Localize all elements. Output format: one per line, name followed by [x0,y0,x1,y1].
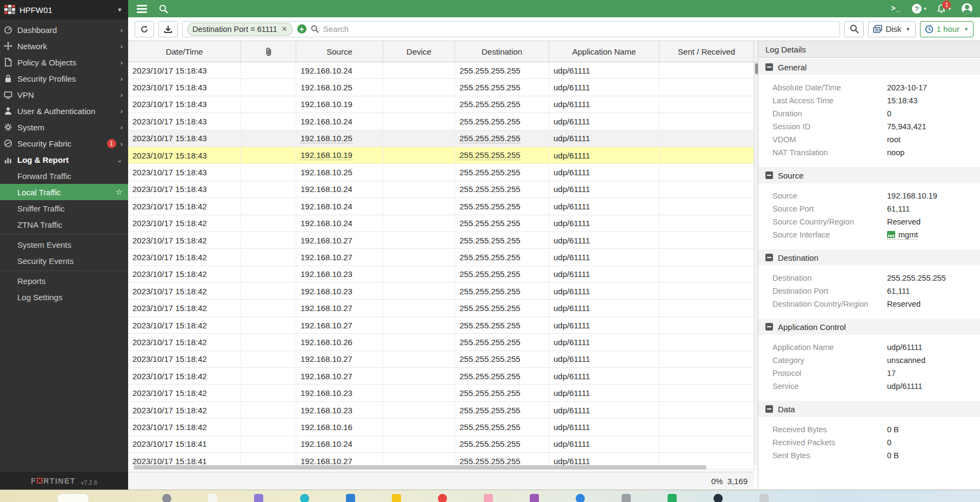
sidebar-item-security-profiles[interactable]: Security Profiles› [0,70,128,87]
table-row[interactable]: 2023/10/17 15:18:42192.168.10.27255.255.… [128,300,758,316]
cell-datetime: 2023/10/17 15:18:43 [128,164,241,180]
filter-chip[interactable]: Destination Port = 61111 ✕ [187,23,293,36]
taskbar-icon[interactable] [484,494,493,502]
table-row[interactable]: 2023/10/17 15:18:43192.168.10.24255.255.… [128,62,758,79]
table-row[interactable]: 2023/10/17 15:18:43192.168.10.24255.255.… [128,181,758,198]
table-row[interactable]: 2023/10/17 15:18:43192.168.10.19255.255.… [128,147,758,164]
sidebar-item-ztna-traffic[interactable]: ZTNA Traffic [0,216,128,233]
table-row[interactable]: 2023/10/17 15:18:43192.168.10.25255.255.… [128,164,758,181]
notifications-menu[interactable]: 1 ▾ [937,4,951,14]
os-taskbar[interactable] [0,490,980,502]
sidebar-item-log-report[interactable]: Log & Report⌄ [0,151,128,168]
taskbar-icon[interactable] [438,494,447,502]
collapse-icon[interactable] [765,254,773,261]
cell-sent-received [659,402,754,418]
sidebar-item-vpn[interactable]: VPN› [0,87,128,103]
user-avatar[interactable] [962,3,972,14]
sidebar-item-system-events[interactable]: System Events [0,236,128,253]
table-row[interactable]: 2023/10/17 15:18:42192.168.10.24255.255.… [128,215,758,232]
table-row[interactable]: 2023/10/17 15:18:42192.168.10.27255.255.… [128,317,758,334]
table-row[interactable]: 2023/10/17 15:18:42192.168.10.23255.255.… [128,283,758,300]
sidebar-item-local-traffic[interactable]: Local Traffic☆ [0,184,128,200]
taskbar-icon[interactable] [162,494,171,502]
favorite-star-icon[interactable]: ☆ [116,187,123,197]
collapse-icon[interactable] [765,63,773,71]
taskbar-icon[interactable] [300,494,309,502]
taskbar-icon[interactable] [759,494,769,502]
add-filter-icon[interactable]: + [297,24,306,34]
device-selector[interactable]: HPFW01 ▼ [0,0,128,19]
menu-toggle-icon[interactable] [137,5,147,13]
table-row[interactable]: 2023/10/17 15:18:42192.168.10.27255.255.… [128,351,758,368]
taskbar-icon[interactable] [622,494,631,502]
log-filter-search-input[interactable]: Destination Port = 61111 ✕ + Search [182,21,840,37]
section-header-data[interactable]: Data [758,401,980,417]
taskbar-icon[interactable] [530,494,539,502]
remove-filter-icon[interactable]: ✕ [282,25,288,33]
taskbar-pill[interactable] [57,493,89,502]
column-header-source[interactable]: Source [296,41,383,62]
sidebar-item-system[interactable]: System› [0,119,128,135]
sidebar-item-security-fabric[interactable]: Security Fabric1› [0,135,128,151]
column-header-sent_received[interactable]: Sent / Received [659,41,754,62]
column-header-device[interactable]: Device [383,41,455,62]
global-search-icon[interactable] [159,4,168,14]
sidebar-item-forward-traffic[interactable]: Forward Traffic [0,168,128,184]
help-menu[interactable]: ? ▾ [912,4,926,14]
table-row[interactable]: 2023/10/17 15:18:42192.168.10.27255.255.… [128,368,758,385]
table-row[interactable]: 2023/10/17 15:18:42192.168.10.23255.255.… [128,385,758,401]
column-header-clip[interactable] [241,41,296,62]
cell-device [383,351,455,367]
sidebar-item-policy-objects[interactable]: Policy & Objects› [0,54,128,70]
network-icon [3,42,13,50]
sidebar-item-sniffer-traffic[interactable]: Sniffer Traffic [0,200,128,216]
table-row[interactable]: 2023/10/17 15:18:41192.168.10.24255.255.… [128,436,758,453]
section-header-general[interactable]: General [758,59,980,75]
cell-source: 192.168.10.24 [296,62,383,78]
column-header-application[interactable]: Application Name [549,41,659,62]
section-header-destination[interactable]: Destination [758,249,980,266]
table-row[interactable]: 2023/10/17 15:18:43192.168.10.19255.255.… [128,96,758,113]
sidebar-item-dashboard[interactable]: Dashboard› [0,22,128,38]
table-row[interactable]: 2023/10/17 15:18:42192.168.10.26255.255.… [128,334,758,351]
table-row[interactable]: 2023/10/17 15:18:43192.168.10.24255.255.… [128,113,758,130]
sidebar-item-reports[interactable]: Reports [0,273,128,289]
taskbar-icon[interactable] [392,494,401,502]
sidebar-item-network[interactable]: Network› [0,38,128,54]
collapse-icon[interactable] [765,171,773,179]
taskbar-icon[interactable] [208,494,217,502]
sidebar-item-security-events[interactable]: Security Events [0,253,128,269]
field-value[interactable]: mgmt [887,230,918,240]
section-header-application-control[interactable]: Application Control [758,319,980,335]
download-button[interactable] [158,21,178,37]
sidebar-item-log-settings[interactable]: Log Settings [0,289,128,305]
vertical-scrollbar[interactable] [754,62,758,465]
table-row[interactable]: 2023/10/17 15:18:43192.168.10.25255.255.… [128,130,758,147]
table-row[interactable]: 2023/10/17 15:18:42192.168.10.16255.255.… [128,419,758,435]
sidebar-item-user-authentication[interactable]: User & Authentication› [0,103,128,119]
column-header-destination[interactable]: Destination [455,41,549,62]
table-row[interactable]: 2023/10/17 15:18:42192.168.10.23255.255.… [128,266,758,283]
taskbar-icon[interactable] [668,494,677,502]
refresh-button[interactable] [135,21,154,37]
taskbar-icon[interactable] [714,494,723,502]
collapse-icon[interactable] [765,405,773,413]
log-table: Date/TimeSourceDeviceDestinationApplicat… [128,41,758,490]
column-header-datetime[interactable]: Date/Time [128,41,241,62]
table-row[interactable]: 2023/10/17 15:18:42192.168.10.27255.255.… [128,249,758,266]
field-label: VDOM [772,135,887,144]
taskbar-icon[interactable] [254,494,263,502]
time-range-dropdown[interactable]: 1 hour ▼ [920,21,974,37]
horizontal-scrollbar[interactable] [134,465,706,470]
table-row[interactable]: 2023/10/17 15:18:42192.168.10.23255.255.… [128,402,758,419]
search-submit-button[interactable] [844,21,864,37]
cli-console-icon[interactable]: >_ [891,4,901,13]
taskbar-icon[interactable] [576,494,585,502]
table-row[interactable]: 2023/10/17 15:18:43192.168.10.25255.255.… [128,79,758,96]
table-row[interactable]: 2023/10/17 15:18:42192.168.10.24255.255.… [128,198,758,215]
table-row[interactable]: 2023/10/17 15:18:42192.168.10.27255.255.… [128,232,758,249]
log-location-dropdown[interactable]: Disk ▼ [868,21,915,37]
taskbar-icon[interactable] [346,494,355,502]
section-header-source[interactable]: Source [758,167,980,183]
collapse-icon[interactable] [765,323,773,331]
